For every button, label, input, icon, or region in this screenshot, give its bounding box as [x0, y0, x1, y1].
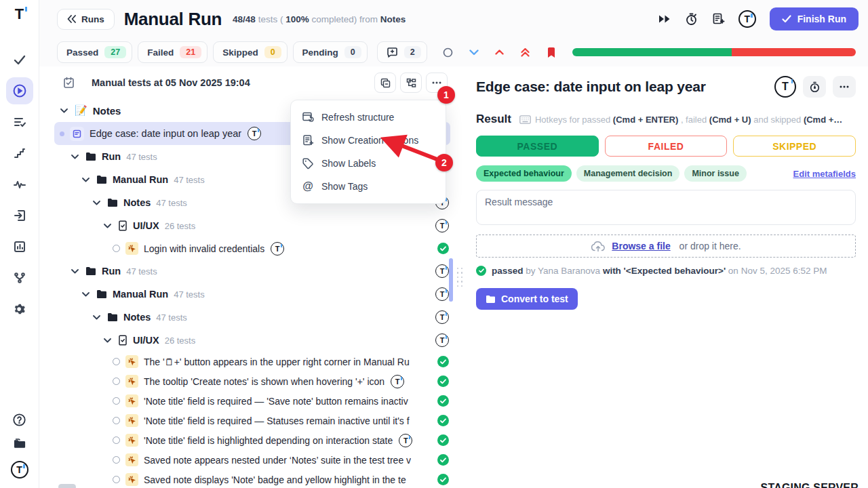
fast-forward-icon[interactable]	[658, 14, 671, 24]
finish-run-button[interactable]: Finish Run	[770, 7, 859, 30]
sidebar-item-import[interactable]	[6, 202, 33, 229]
chevron-down-icon[interactable]	[58, 108, 69, 113]
document-check-icon	[118, 220, 127, 231]
testomat-badge-icon[interactable]: T	[774, 76, 796, 98]
testomat-badge-icon[interactable]: T	[435, 333, 449, 347]
test-status-circle-icon[interactable]	[113, 436, 120, 444]
sidebar-item-analytics[interactable]	[6, 233, 33, 260]
chevron-down-icon[interactable]	[69, 269, 80, 274]
menu-item-show-labels[interactable]: Show Labels	[291, 152, 446, 175]
hotkeys-hint: Hotkeys for passed (Cmd + ENTER) , faile…	[519, 115, 842, 125]
filter-skipped[interactable]: Skipped 0	[213, 41, 287, 63]
tree-row-suite[interactable]: UI/UX 26 tests T	[39, 329, 454, 352]
sidebar-item-runs[interactable]	[6, 77, 33, 104]
copy-structure-button[interactable]	[374, 73, 396, 93]
testomat-badge-icon[interactable]: T	[435, 287, 449, 301]
testomat-badge-icon[interactable]: T	[399, 434, 412, 447]
back-to-runs-button[interactable]: Runs	[57, 9, 115, 30]
edit-metafields-link[interactable]: Edit metafields	[793, 169, 856, 179]
testomat-badge-icon[interactable]: T	[248, 127, 261, 140]
convert-to-test-button[interactable]: Convert to test	[476, 288, 578, 310]
filter-pending[interactable]: Pending 0	[293, 41, 368, 63]
menu-item-show-tags[interactable]: @ Show Tags	[291, 175, 446, 198]
metafield-expected-behaviour[interactable]: Expected behaviour	[476, 165, 572, 182]
test-more-options-button[interactable]	[833, 76, 856, 98]
tree-row-suite[interactable]: Manual Run 47 tests T	[39, 283, 454, 306]
tree-row-test[interactable]: Saved note appears nested under ‘Notes’ …	[39, 450, 454, 470]
menu-item-refresh-structure[interactable]: Refresh structure	[291, 106, 446, 129]
test-status-circle-icon[interactable]	[113, 358, 120, 365]
sidebar-item-tests[interactable]	[6, 46, 33, 73]
test-status-circle-icon[interactable]	[113, 417, 120, 424]
document-plus-icon	[302, 134, 314, 146]
mark-passed-button[interactable]: PASSED	[476, 136, 599, 157]
docs-icon[interactable]	[12, 436, 27, 451]
first-failed-icon[interactable]	[515, 48, 536, 57]
testomat-badge-icon[interactable]: T	[271, 242, 284, 256]
folder-icon	[486, 295, 496, 304]
comments-filter[interactable]: 2	[377, 41, 427, 63]
account-avatar[interactable]: T	[11, 461, 28, 479]
note-add-icon[interactable]	[711, 12, 725, 26]
unresolved-filter-icon[interactable]	[438, 47, 458, 58]
panel-resize-handle[interactable]	[454, 66, 465, 488]
passed-check-icon	[437, 356, 449, 367]
tree-row-test[interactable]: 'Note title' field is required — 'Save n…	[39, 391, 454, 411]
tree-scrollbar[interactable]	[449, 258, 453, 302]
tree-row-test[interactable]: Login with invalid credentials T	[39, 237, 454, 260]
mark-skipped-button[interactable]: SKIPPED	[733, 136, 856, 157]
tree-row-test[interactable]: 'Note title' field is highlighted depend…	[39, 430, 454, 450]
sidebar-item-milestones[interactable]	[6, 140, 33, 167]
prev-failed-icon[interactable]	[490, 49, 510, 55]
chevron-down-icon[interactable]	[91, 201, 102, 205]
tree-row-test[interactable]: The tooltip 'Create notes' is shown when…	[39, 371, 454, 391]
bookmark-icon[interactable]	[541, 47, 561, 58]
help-icon[interactable]	[12, 413, 26, 427]
testomat-badge-icon[interactable]: T	[435, 310, 449, 324]
timer-button[interactable]	[803, 76, 826, 98]
sidebar-item-branches[interactable]	[6, 264, 33, 291]
chevron-down-icon[interactable]	[69, 155, 80, 159]
folder-icon	[107, 198, 118, 207]
browse-file-link[interactable]: Browse a file	[612, 241, 670, 251]
file-dropzone[interactable]: Browse a file or drop it here.	[476, 235, 856, 258]
test-status-circle-icon[interactable]	[113, 245, 120, 252]
chevron-down-icon[interactable]	[102, 338, 113, 343]
test-status-circle-icon[interactable]	[113, 456, 120, 464]
scroll-down-icon[interactable]	[464, 49, 484, 56]
chevron-down-icon[interactable]	[80, 292, 91, 297]
filter-passed[interactable]: Passed 27	[57, 41, 132, 63]
test-status-circle-icon[interactable]	[113, 476, 120, 483]
tree-horizontal-scrollbar[interactable]	[58, 484, 76, 488]
metafield-management-decision[interactable]: Management decision	[576, 165, 680, 182]
sidebar-item-plans[interactable]	[6, 108, 33, 136]
testomat-badge-icon[interactable]: T	[435, 264, 449, 278]
tree-view-button[interactable]	[400, 73, 422, 93]
metafield-minor-issue[interactable]: Minor issue	[684, 165, 746, 182]
testomat-badge-icon[interactable]: T	[391, 375, 404, 388]
testomat-logo-icon[interactable]: T	[738, 10, 756, 28]
menu-item-show-creation-buttons[interactable]: Show Creation Buttons	[291, 129, 446, 152]
testomat-badge-icon[interactable]: T	[435, 219, 449, 232]
app-logo[interactable]: T	[15, 5, 24, 23]
chevron-down-icon[interactable]	[80, 178, 91, 182]
tree-row-test[interactable]: 'Note title' field is required — Statuse…	[39, 411, 454, 430]
test-status-circle-icon[interactable]	[113, 397, 120, 405]
sidebar-item-settings[interactable]	[6, 296, 33, 323]
filter-failed[interactable]: Failed 21	[138, 41, 208, 63]
tree-row-suite[interactable]: Notes 47 tests T	[39, 306, 454, 329]
mark-failed-button[interactable]: FAILED	[605, 136, 728, 157]
result-heading: Result	[476, 113, 511, 126]
sidebar-item-pulse[interactable]	[6, 171, 33, 198]
tree-row-test[interactable]: Saved note displays 'Note' badge and yel…	[39, 470, 454, 488]
timer-icon[interactable]	[684, 12, 698, 26]
tree-row-suite[interactable]: UI/UX 26 tests T	[39, 214, 454, 237]
chevron-down-icon[interactable]	[91, 315, 102, 320]
tree-row-suite[interactable]: Run 47 tests T	[39, 260, 454, 283]
chevron-down-icon[interactable]	[102, 224, 113, 228]
passed-check-icon	[437, 454, 449, 466]
tree-row-test[interactable]: The '🗒+' button appears in the upper rig…	[39, 352, 454, 371]
drag-dots-icon	[457, 268, 463, 287]
result-message-input[interactable]	[476, 190, 856, 225]
test-status-circle-icon[interactable]	[113, 378, 120, 385]
